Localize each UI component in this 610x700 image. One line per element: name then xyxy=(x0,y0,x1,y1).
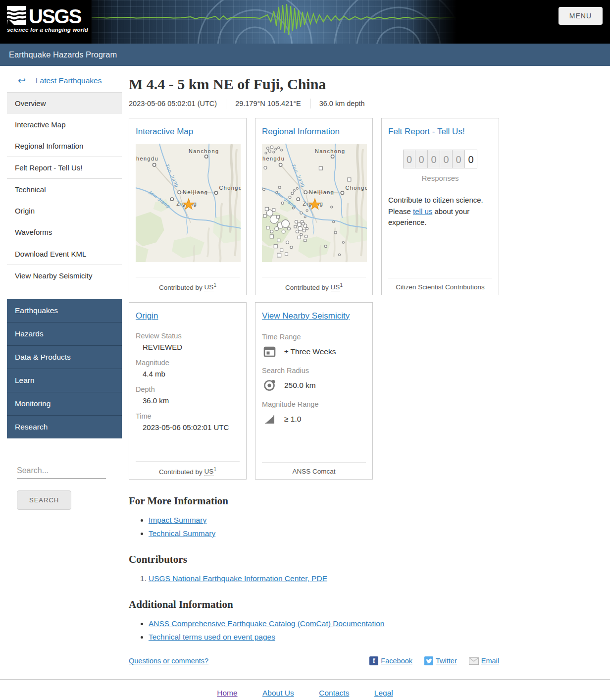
sidebar-item-view-nearby-seismicity[interactable]: View Nearby Seismicity xyxy=(7,265,122,286)
program-bar-title[interactable]: Earthquake Hazards Program xyxy=(9,50,117,59)
site-nav: Earthquakes Hazards Data & Products Lear… xyxy=(7,299,122,438)
search-radius-label: Search Radius xyxy=(262,367,366,375)
event-coordinates: 29.179°N 105.421°E xyxy=(226,99,310,108)
review-status-label: Review Status xyxy=(136,332,240,340)
main-content: M 4.4 - 5 km NE of Fuji, China 2023-05-0… xyxy=(129,66,499,665)
list-item: USGS National Earthquake Information Cen… xyxy=(149,574,499,583)
search-input[interactable] xyxy=(17,464,106,479)
sidebar-item-technical[interactable]: Technical xyxy=(7,178,122,200)
site-nav-monitoring[interactable]: Monitoring xyxy=(7,392,122,416)
footer-contacts-link[interactable]: Contacts xyxy=(319,689,349,697)
regional-map-thumbnail[interactable] xyxy=(262,144,367,263)
back-to-latest-earthquakes-link[interactable]: ↩ Latest Earthquakes xyxy=(7,66,122,92)
page-title: M 4.4 - 5 km NE of Fuji, China xyxy=(129,76,499,93)
comcat-documentation-link[interactable]: ANSS Comprehensive Earthquake Catalog (C… xyxy=(149,619,384,628)
magnitude-triangle-icon xyxy=(263,412,276,426)
sidebar-item-regional-information[interactable]: Regional Information xyxy=(7,135,122,157)
email-share-link[interactable]: Email xyxy=(481,657,499,665)
contributor-neic-link[interactable]: USGS National Earthquake Information Cen… xyxy=(149,574,327,583)
usgs-wave-icon xyxy=(7,6,26,25)
site-nav-learn[interactable]: Learn xyxy=(7,369,122,392)
technical-summary-link[interactable]: Technical Summary xyxy=(149,529,215,538)
origin-link[interactable]: Origin xyxy=(136,311,158,321)
usgs-logo-text: USGS xyxy=(29,8,81,25)
questions-or-comments-link[interactable]: Questions or comments? xyxy=(129,657,208,665)
twitter-share-link[interactable]: Twitter xyxy=(436,657,457,665)
sidebar-item-felt-report[interactable]: Felt Report - Tell Us! xyxy=(7,157,122,178)
response-counter: 0 0 0 0 0 0 xyxy=(388,150,492,168)
regional-information-link[interactable]: Regional Information xyxy=(262,127,340,137)
interactive-map-card: Interactive Map Contributed by US1 xyxy=(129,118,247,295)
additional-information-heading: Additional Information xyxy=(129,598,499,611)
impact-summary-link[interactable]: Impact Summary xyxy=(149,516,206,524)
back-arrow-icon: ↩ xyxy=(18,76,26,85)
counter-digit: 0 xyxy=(453,150,465,168)
menu-button[interactable]: MENU xyxy=(559,7,603,25)
nearby-seismicity-card: View Nearby Seismicity Time Range ± Thre… xyxy=(255,302,373,480)
felt-report-link[interactable]: Felt Report - Tell Us! xyxy=(388,127,465,137)
depth-label: Depth xyxy=(136,385,240,393)
seismograph-banner-image xyxy=(92,0,460,44)
sidebar-item-origin[interactable]: Origin xyxy=(7,200,122,221)
list-item: Impact Summary xyxy=(149,516,499,525)
sidebar-item-interactive-map[interactable]: Interactive Map xyxy=(7,114,122,135)
time-value: 2023-05-06 05:02:01 UTC xyxy=(143,423,240,431)
counter-digit: 0 xyxy=(465,150,477,168)
tell-us-link[interactable]: tell us xyxy=(413,207,432,215)
twitter-icon xyxy=(424,656,433,665)
technical-terms-link[interactable]: Technical terms used on event pages xyxy=(149,633,275,641)
sidebar-item-overview[interactable]: Overview xyxy=(7,93,122,114)
felt-report-footer: Citizen Scientist Contributions xyxy=(388,278,492,291)
back-link-label: Latest Earthquakes xyxy=(36,76,102,85)
event-nav: Overview Interactive Map Regional Inform… xyxy=(7,92,122,286)
list-item: ANSS Comprehensive Earthquake Catalog (C… xyxy=(149,619,499,628)
footer-legal-link[interactable]: Legal xyxy=(374,689,393,697)
counter-digit: 0 xyxy=(415,150,428,168)
event-meta: 2023-05-06 05:02:01 (UTC) 29.179°N 105.4… xyxy=(129,99,499,108)
magnitude-range-label: Magnitude Range xyxy=(262,400,366,408)
site-nav-earthquakes[interactable]: Earthquakes xyxy=(7,299,122,323)
contributor-abbr[interactable]: US xyxy=(331,283,340,291)
depth-value: 36.0 km xyxy=(143,396,240,405)
event-depth: 36.0 km depth xyxy=(310,99,374,108)
search-button[interactable]: SEARCH xyxy=(17,490,71,510)
event-time: 2023-05-06 05:02:01 (UTC) xyxy=(129,99,226,108)
sidebar-item-waveforms[interactable]: Waveforms xyxy=(7,221,122,243)
usgs-logo[interactable]: USGS science for a changing world xyxy=(7,6,91,33)
for-more-information-heading: For More Information xyxy=(129,495,499,507)
nearby-seismicity-footer: ANSS Comcat xyxy=(262,462,366,475)
regional-information-card: Regional Information Contributed by US1 xyxy=(255,118,373,295)
site-header: USGS science for a changing world MENU xyxy=(0,0,610,44)
footer-about-us-link[interactable]: About Us xyxy=(262,689,294,697)
contributor-abbr[interactable]: US xyxy=(204,468,214,476)
radar-icon xyxy=(263,378,276,392)
contributors-heading: Contributors xyxy=(129,553,499,566)
footer-home-link[interactable]: Home xyxy=(217,689,237,697)
facebook-share-link[interactable]: Facebook xyxy=(381,657,412,665)
counter-digit: 0 xyxy=(403,150,415,168)
view-nearby-seismicity-link[interactable]: View Nearby Seismicity xyxy=(262,311,350,321)
origin-attribution: Contributed by US1 xyxy=(136,461,240,476)
counter-digit: 0 xyxy=(428,150,440,168)
list-item: Technical terms used on event pages xyxy=(149,633,499,642)
map-attribution: Contributed by US1 xyxy=(136,277,240,291)
site-nav-hazards[interactable]: Hazards xyxy=(7,323,122,346)
list-item: Technical Summary xyxy=(149,529,499,538)
social-share: f Facebook Twitter Email xyxy=(369,656,499,665)
felt-cta-text: Contribute to citizen science. Please te… xyxy=(388,195,492,228)
search-radius-value: 250.0 km xyxy=(284,381,316,390)
site-nav-data-products[interactable]: Data & Products xyxy=(7,346,122,369)
responses-label: Responses xyxy=(388,174,492,182)
time-range-value: ± Three Weeks xyxy=(284,347,336,356)
sidebar-item-download-event-kml[interactable]: Download Event KML xyxy=(7,243,122,265)
interactive-map-thumbnail[interactable] xyxy=(136,144,241,263)
contributor-abbr[interactable]: US xyxy=(204,283,214,291)
magnitude-range-value: ≥ 1.0 xyxy=(284,415,301,424)
site-footer: Home About Us Contacts Legal xyxy=(0,679,610,700)
interactive-map-link[interactable]: Interactive Map xyxy=(136,127,193,137)
sidebar: ↩ Latest Earthquakes Overview Interactiv… xyxy=(7,66,122,510)
counter-digit: 0 xyxy=(440,150,453,168)
map-attribution: Contributed by US1 xyxy=(262,277,366,291)
origin-card: Origin Review Status REVIEWED Magnitude … xyxy=(129,302,247,480)
site-nav-research[interactable]: Research xyxy=(7,416,122,438)
